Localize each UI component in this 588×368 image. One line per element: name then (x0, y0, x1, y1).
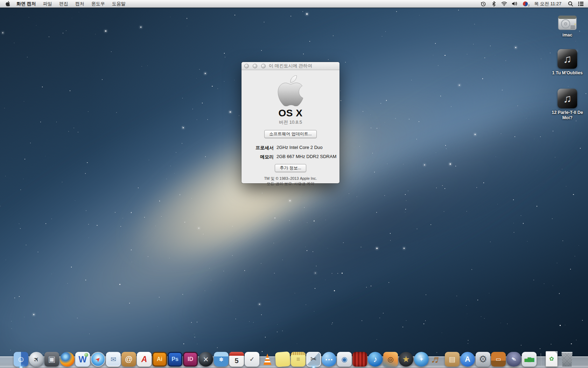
dock-item-iphoto[interactable]: ◎ (383, 352, 398, 367)
imovie-icon[interactable]: ★ (399, 352, 413, 367)
photoshop-icon[interactable]: Ps (168, 352, 182, 367)
dock-item-photo-booth[interactable] (352, 352, 368, 367)
blue-bag-app-icon[interactable]: ✽ (214, 352, 229, 367)
time-machine-icon[interactable] (480, 1, 486, 7)
dock-item-mail[interactable]: ✉ (106, 352, 121, 367)
dock-item-notes[interactable]: ≡ (290, 352, 306, 367)
mail-icon[interactable]: ✉ (106, 352, 121, 367)
dock-item-grab-screen-capture[interactable]: ✂ (306, 352, 321, 367)
safari-icon[interactable]: ➤ (91, 352, 105, 367)
menu-bar-status-area: 2 목 오전 11:27 (480, 1, 584, 7)
dock-item-vlc[interactable] (260, 352, 275, 367)
stickies-icon[interactable] (275, 352, 291, 367)
menu-bar-clock[interactable]: 목 오전 11:27 (533, 1, 563, 7)
dock-item-app-store[interactable]: A (460, 352, 475, 367)
menu-item-2[interactable]: 캡처 (72, 1, 88, 6)
menu-item-3[interactable]: 윈도우 (88, 1, 108, 6)
dock-item-illustrator[interactable]: Ai (152, 352, 167, 367)
spotlight-icon[interactable] (567, 1, 573, 7)
dock-item-itunes[interactable]: ♪ (368, 352, 383, 367)
indesign-icon[interactable]: ID (183, 352, 198, 367)
menu-item-0[interactable]: 파일 (40, 1, 56, 6)
facetime-icon[interactable]: ◉ (337, 352, 352, 367)
menu-bar: 화면 캡처 파일편집캡처윈도우도움말 (0, 0, 588, 8)
document-stack-icon[interactable]: ✿ (546, 351, 558, 367)
dock-item-document-stack[interactable]: ✿ (544, 351, 559, 367)
dock-item-photoshop[interactable]: Ps (167, 352, 183, 367)
dock-item-idvd[interactable]: ✦ (414, 352, 429, 367)
desktop-icon-audio-file-1[interactable]: ♫1 Tu M'Oublies (547, 48, 588, 76)
dock-item-garageband[interactable]: ♬ (429, 352, 444, 367)
dock-item-firefox[interactable] (59, 352, 75, 367)
apple-menu[interactable] (4, 1, 13, 6)
mission-control-icon[interactable]: ▣ (44, 352, 59, 367)
dock-item-keynote[interactable]: ▭ (491, 352, 506, 367)
close-button[interactable] (244, 64, 249, 68)
keynote-icon[interactable]: ▭ (491, 352, 506, 367)
launchpad-icon[interactable]: ✈ (29, 352, 44, 367)
notes-icon[interactable]: ≡ (291, 352, 306, 367)
dock-item-trash[interactable] (559, 352, 575, 367)
dock-item-contacts[interactable]: @ (121, 352, 136, 367)
minimize-button[interactable] (253, 64, 257, 68)
app-store-icon[interactable]: A (460, 352, 475, 367)
dock-item-calendar[interactable]: 5 (229, 352, 244, 367)
firefox-icon[interactable] (60, 352, 75, 367)
dock-item-pages[interactable]: ✒ (506, 352, 522, 367)
messages-icon[interactable]: … (322, 352, 336, 367)
dock-item-mission-control[interactable]: ▣ (44, 352, 59, 367)
menu-item-1[interactable]: 편집 (56, 1, 72, 6)
more-info-button[interactable]: 추가 정보... (275, 164, 306, 172)
w-globe-app-icon[interactable]: W (75, 352, 90, 367)
calendar-icon[interactable]: 5 (229, 352, 244, 367)
dock-item-launchpad[interactable]: ✈ (29, 352, 44, 367)
grab-screen-capture-glyph: ✂ (310, 355, 317, 363)
dock-item-x-photo-viewer[interactable]: × (198, 352, 214, 367)
dock-item-messages[interactable]: … (321, 352, 337, 367)
x-photo-viewer-icon[interactable]: × (198, 352, 213, 367)
dock-item-system-preferences[interactable]: ⚙ (475, 352, 491, 367)
menu-item-4[interactable]: 도움말 (108, 1, 129, 6)
volume-icon[interactable] (512, 1, 518, 7)
dock-item-finder[interactable]: ☺ (13, 352, 29, 367)
dock-item-iweb[interactable]: ▤ (444, 352, 460, 367)
dock-item-indesign[interactable]: ID (183, 352, 198, 367)
adobe-reader-icon[interactable]: A (137, 352, 152, 367)
garageband-icon[interactable]: ♬ (429, 352, 444, 367)
grab-screen-capture-icon[interactable]: ✂ (306, 352, 321, 367)
desktop-icon-audio-file-2[interactable]: ♫12 Parle-T-Il De Moi? (547, 88, 588, 121)
zoom-button[interactable] (261, 64, 266, 68)
itunes-icon[interactable]: ♪ (368, 352, 383, 367)
system-preferences-icon[interactable]: ⚙ (476, 352, 490, 367)
dock-item-blue-bag-app[interactable]: ✽ (214, 352, 229, 367)
dock-item-numbers[interactable]: ▅▇▆ (522, 352, 537, 367)
bluetooth-icon[interactable] (491, 1, 497, 7)
vlc-icon[interactable] (260, 352, 275, 367)
iphoto-icon[interactable]: ◎ (383, 352, 398, 367)
iweb-icon[interactable]: ▤ (445, 352, 460, 367)
reminders-icon[interactable]: ✓ (245, 352, 259, 367)
dock-item-facetime[interactable]: ◉ (337, 352, 352, 367)
window-titlebar[interactable]: 이 매킨토시에 관하여 (241, 62, 340, 70)
photo-booth-icon[interactable] (352, 352, 367, 367)
contacts-icon[interactable]: @ (121, 352, 136, 367)
finder-icon[interactable]: ☺ (14, 352, 28, 367)
desktop-icon-imac[interactable]: imac (547, 11, 588, 38)
itunes-glyph: ♪ (373, 355, 377, 363)
dock-item-stickies[interactable] (275, 352, 290, 367)
idvd-icon[interactable]: ✦ (414, 352, 429, 367)
korean-input-icon[interactable]: 2 (522, 1, 528, 7)
pages-icon[interactable]: ✒ (506, 352, 521, 367)
menu-app-name[interactable]: 화면 캡처 (13, 0, 40, 8)
dock-item-reminders[interactable]: ✓ (244, 352, 260, 367)
software-update-button[interactable]: 소프트웨어 업데이트... (264, 130, 316, 138)
dock-item-w-globe-app[interactable]: W (75, 352, 90, 367)
wifi-icon[interactable] (501, 1, 507, 7)
dock-item-imovie[interactable]: ★ (398, 352, 414, 367)
trash-icon[interactable] (561, 352, 573, 367)
illustrator-icon[interactable]: Ai (152, 352, 167, 367)
dock-item-adobe-reader[interactable]: A (136, 352, 152, 367)
dock-item-safari[interactable]: ➤ (90, 352, 106, 367)
notification-center-icon[interactable] (578, 1, 584, 7)
numbers-icon[interactable]: ▅▇▆ (522, 352, 537, 367)
